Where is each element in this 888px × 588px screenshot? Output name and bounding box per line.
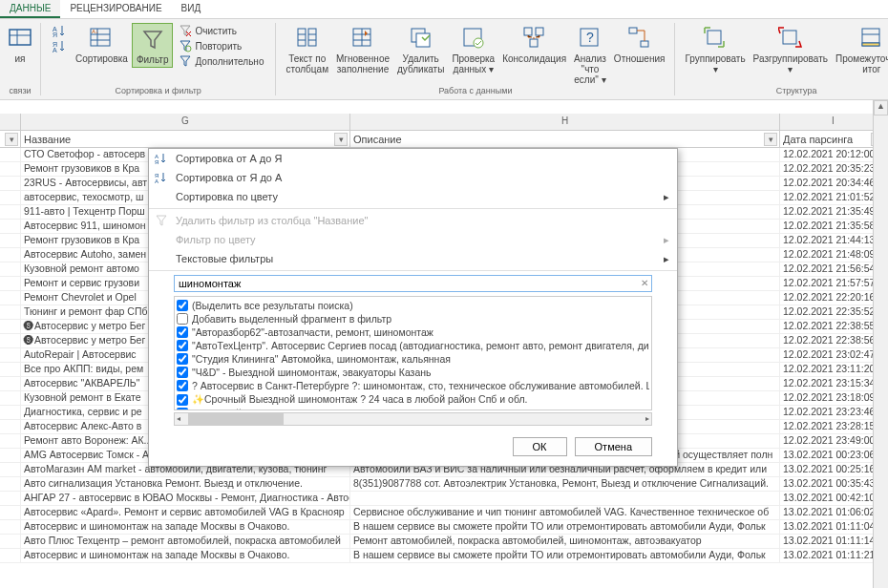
svg-text:А: А [53, 47, 57, 52]
col-header-i[interactable]: I [780, 114, 887, 130]
filter-value-item[interactable]: ? Автосервис в Санкт-Петербурге ?: шином… [177, 379, 649, 392]
clear-search-icon[interactable]: ✕ [641, 278, 648, 288]
remove-duplicates-button[interactable]: Удалитьдубликаты [393, 23, 448, 76]
svg-rect-23 [783, 31, 796, 44]
svg-rect-21 [641, 41, 648, 47]
subtotal-button[interactable]: Промежуточныйитог [832, 23, 888, 76]
filter-list-hscroll[interactable] [174, 412, 652, 426]
cancel-button[interactable]: Отмена [575, 437, 652, 456]
table-row[interactable]: Автосервис «Apard». Ремонт и сервис авто… [0, 506, 888, 520]
ok-button[interactable]: ОК [513, 437, 567, 456]
flash-fill-button[interactable]: Мгновенноезаполнение [332, 23, 393, 76]
outline-group-label: Структура [675, 86, 888, 95]
svg-rect-16 [536, 28, 543, 35]
sort-za-small[interactable]: ЯА [49, 38, 70, 53]
filter-value-item[interactable]: Добавить выделенный фрагмент в фильтр [177, 312, 649, 326]
table-row[interactable]: Автосервис и шиномонтаж на западе Москвы… [0, 549, 888, 563]
sort-filter-group-label: Сортировка и фильтр [41, 86, 275, 95]
svg-rect-8 [298, 29, 306, 46]
filter-by-color-item: Фильтр по цвету [149, 230, 677, 249]
sort-az-item[interactable]: АЯ Сортировка от А до Я [149, 149, 677, 168]
svg-rect-17 [530, 39, 538, 47]
filter-cell-parse-date[interactable]: Дата парсинга [780, 131, 887, 147]
svg-text:?: ? [586, 30, 594, 45]
col-header-f[interactable] [0, 114, 21, 130]
svg-rect-0 [10, 30, 31, 45]
autofilter-popup: АЯ Сортировка от А до Я ЯА Сортировка от… [148, 148, 678, 467]
table-row[interactable]: Авто Плюс Техцентр – ремонт автомобилей,… [0, 535, 888, 549]
external-data-button[interactable]: ия [3, 23, 37, 66]
text-filters-item[interactable]: Текстовые фильтры [149, 249, 677, 268]
svg-text:Я: Я [53, 32, 57, 37]
tab-view[interactable]: ВИД [172, 0, 211, 18]
external-data-group-label: связи [0, 86, 40, 95]
svg-rect-12 [416, 33, 430, 47]
clear-column-filter-item: Удалить фильтр из столбца "Название" [149, 211, 677, 230]
ungroup-button[interactable]: Разгруппировать▾ [750, 23, 832, 76]
svg-rect-20 [629, 28, 637, 33]
reapply-filter-button[interactable]: Повторить [175, 38, 267, 53]
filter-cell-name[interactable]: Название [21, 131, 350, 147]
sort-by-color-item[interactable]: Сортировка по цвету [149, 187, 677, 206]
data-tools-group-label: Работа с данными [276, 86, 674, 95]
consolidate-button[interactable]: Консолидация [498, 23, 570, 66]
svg-text:А: А [155, 178, 159, 184]
table-row[interactable]: Автосервис и шиномонтаж на западе Москвы… [0, 520, 888, 535]
svg-rect-9 [308, 29, 316, 46]
filter-cell-f[interactable] [0, 131, 21, 147]
svg-rect-25 [862, 43, 879, 46]
vertical-scrollbar[interactable]: ▲ [873, 100, 888, 588]
filter-value-item[interactable]: "Авторазбор62"-автозапчасти, ремонт, шин… [177, 326, 649, 339]
data-validation-button[interactable]: Проверкаданных ▾ [448, 23, 498, 76]
filter-value-item[interactable]: (Выездной Шиномонтаж) - 2021 | Город Шин… [177, 407, 649, 410]
sort-az-small[interactable]: АЯ [49, 23, 70, 38]
svg-text:А↓: А↓ [92, 29, 98, 34]
text-to-columns-button[interactable]: Текст постолбцам [282, 23, 332, 76]
filter-cell-description[interactable]: Описание [350, 131, 780, 147]
filter-value-item[interactable]: "Студия Клининга" Автомойка, шиномонтаж,… [177, 352, 649, 366]
clear-filter-button[interactable]: Очистить [175, 23, 267, 38]
tab-review[interactable]: РЕЦЕНЗИРОВАНИЕ [60, 0, 171, 18]
relationships-button[interactable]: Отношения [610, 23, 669, 66]
col-header-h[interactable]: H [350, 114, 780, 130]
filter-value-item[interactable]: "АвтоТехЦентр". Автосервис Сергиев посад… [177, 339, 649, 352]
table-row[interactable]: Авто сигнализация Установка Ремонт. Выез… [0, 477, 888, 492]
svg-rect-15 [524, 28, 532, 35]
filter-value-item[interactable]: (Выделить все результаты поиска) [177, 299, 649, 312]
svg-rect-22 [708, 31, 721, 44]
filter-search-input[interactable] [174, 275, 652, 292]
col-header-g[interactable]: G [21, 114, 350, 130]
tab-data[interactable]: ДАННЫЕ [0, 0, 60, 18]
group-button[interactable]: Группировать▾ [681, 23, 749, 76]
filter-value-item[interactable]: ✨Срочный Выездной шиномонтаж ? 24 часа в… [177, 392, 649, 407]
svg-point-14 [474, 38, 483, 48]
filter-values-list[interactable]: (Выделить все результаты поиска)Добавить… [174, 296, 652, 410]
svg-text:Я: Я [155, 159, 159, 165]
table-row[interactable]: АНГАР 27 - автосервис в ЮВАО Москвы - Ре… [0, 492, 888, 506]
sort-button[interactable]: А↓ Сортировка [72, 23, 132, 66]
what-if-button[interactable]: ? Анализ "чтоесли" ▾ [570, 23, 610, 87]
filter-button[interactable]: Фильтр [132, 23, 174, 68]
sort-za-item[interactable]: ЯА Сортировка от Я до А [149, 168, 677, 187]
advanced-filter-button[interactable]: Дополнительно [175, 53, 267, 69]
filter-value-item[interactable]: "Ч&D" - Выездной шиномонтаж, эвакуаторы … [177, 366, 649, 379]
